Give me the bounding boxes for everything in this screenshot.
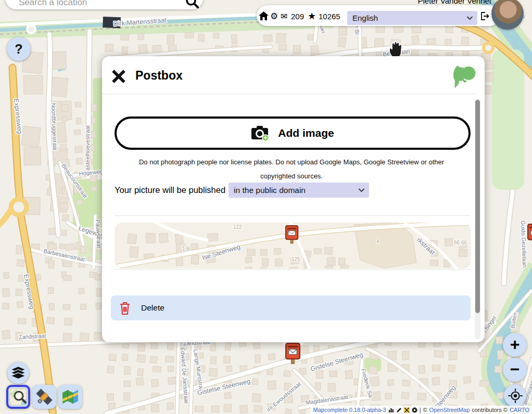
language-selected-value: English (352, 14, 378, 22)
layers-icon (11, 366, 26, 380)
housenumber-label: 4 (376, 239, 379, 244)
zoom-in-button[interactable]: + (503, 333, 527, 357)
dialog-scrollbar[interactable] (475, 99, 480, 339)
license-row: Your picture will be published in the pu… (115, 183, 369, 198)
license-select[interactable]: in the public domain (229, 183, 369, 198)
pencil-icon[interactable] (396, 407, 402, 413)
osm-link[interactable]: OpenStreetMap (429, 407, 470, 413)
feature-minimap[interactable]: 122 136 Ise Steenweg 125 4 rkstraat 66;6… (115, 223, 471, 269)
dialog-title: Postbox (135, 69, 183, 83)
close-icon[interactable] (111, 69, 126, 84)
trash-icon (119, 301, 131, 315)
delete-button[interactable]: Delete (111, 295, 471, 320)
chevron-down-icon (466, 16, 473, 20)
home-icon[interactable] (259, 11, 269, 20)
copyright-symbol: © (423, 407, 427, 413)
attribution-middle: contributors © (472, 407, 508, 413)
street-label: Kasteelhoevestraat (84, 125, 91, 174)
logout-icon[interactable] (480, 11, 489, 21)
map-theme-icon (61, 387, 80, 406)
license-icon[interactable] (412, 407, 417, 413)
housenumber-label: 136 (182, 246, 191, 252)
license-prefix-label: Your picture will be published (115, 185, 225, 195)
housenumber-label: 125 (292, 256, 300, 262)
gear-icon[interactable]: ⚙ (270, 11, 278, 22)
housenumber-label: 122 (233, 224, 242, 230)
chevron-down-icon (358, 188, 365, 192)
mapcomplete-app: Dirk Martensstraat Expressweg Expressweg… (0, 0, 532, 414)
license-selected-value: in the public domain (234, 186, 306, 195)
divider (115, 215, 471, 216)
postbox-dialog: Postbox Add image Do not photograph peop… (102, 56, 485, 342)
help-button[interactable]: ? (7, 37, 31, 61)
zoom-in-label: + (510, 336, 520, 353)
image-upload-notice: Do not photograph people nor license pla… (122, 155, 461, 183)
search-bar (5, 0, 203, 9)
search-input[interactable] (19, 0, 175, 8)
delete-label: Delete (141, 303, 164, 313)
housenumber-label: 66;66 (454, 240, 467, 245)
mapcomplete-version-link[interactable]: Mapcomplete 0.18.0-alpha-3 (313, 407, 386, 413)
zoom-out-label: − (510, 361, 520, 378)
add-image-button[interactable]: Add image (115, 117, 471, 150)
zoom-out-button[interactable]: − (503, 358, 527, 382)
star-icon: ★ (308, 10, 316, 22)
theme-button-osm[interactable] (6, 385, 30, 409)
divider (115, 269, 471, 270)
layers-button[interactable] (7, 362, 29, 384)
scrollbar-thumb[interactable] (475, 100, 480, 313)
search-icon[interactable] (185, 0, 199, 8)
theme-button-satellite[interactable] (32, 385, 56, 409)
statistics-icon[interactable] (388, 407, 394, 413)
username[interactable]: Pieter Vander Vennet (361, 0, 491, 5)
geolocate-button[interactable] (504, 384, 526, 407)
camera-icon (251, 125, 271, 141)
josm-icon[interactable] (404, 407, 410, 413)
postbox-marker[interactable] (285, 343, 300, 364)
geolocate-icon (508, 388, 523, 404)
osm-theme-icon (9, 387, 28, 406)
theme-button-map[interactable] (58, 385, 82, 409)
header-divider (102, 94, 477, 94)
messages-count: 209 (291, 12, 304, 21)
mail-icon[interactable]: ✉ (281, 11, 287, 21)
mapcomplete-logo-icon (452, 64, 477, 89)
add-image-label: Add image (278, 127, 334, 139)
satellite-theme-icon (35, 387, 54, 406)
carto-link[interactable]: CARTO (510, 407, 529, 413)
attribution-separator: | (420, 407, 421, 413)
stars-count: 10265 (319, 12, 340, 21)
help-label: ? (15, 42, 22, 57)
language-select[interactable]: English (347, 11, 477, 25)
attribution-bar: Mapcomplete 0.18.0-alpha-3 | © OpenStree… (311, 406, 532, 414)
